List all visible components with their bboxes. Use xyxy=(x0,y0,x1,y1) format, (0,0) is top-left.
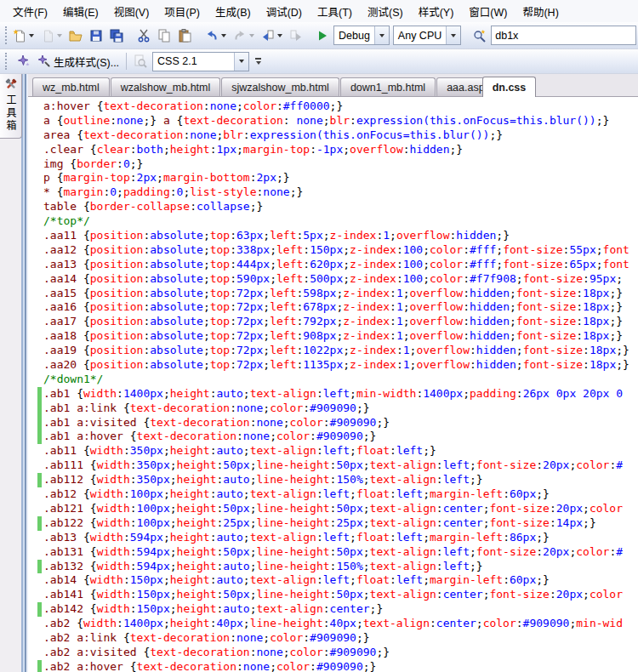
code-editor[interactable]: a:hover {text-decoration:none;color:#ff0… xyxy=(28,97,638,672)
code-token: .ab2 xyxy=(43,617,77,629)
code-token: : xyxy=(396,358,403,371)
open-file-button[interactable] xyxy=(66,25,86,47)
code-line[interactable]: .aa11 {position:absolute;top:63px;left:5… xyxy=(28,229,638,243)
code-line[interactable]: .aa16 {position:absolute;top:72px;left:6… xyxy=(28,300,638,315)
find-input[interactable] xyxy=(491,26,636,45)
code-token: ; xyxy=(243,487,250,500)
code-token: z-index xyxy=(343,287,390,299)
menu-item-project[interactable]: 项目(P) xyxy=(157,0,208,23)
code-line[interactable]: .aa12 {position:absolute;top:338px;left:… xyxy=(28,243,638,258)
toolbox-collapsed-tab[interactable]: 工具箱 xyxy=(0,74,22,139)
solution-configuration-combo[interactable]: Debug xyxy=(333,26,390,45)
tab-down1_mb-html[interactable]: down1_mb.html xyxy=(340,77,436,96)
save-all-button[interactable] xyxy=(106,25,127,47)
tab-sjwzalshow_mb-html[interactable]: sjwzalshow_mb.html xyxy=(221,77,339,96)
code-line[interactable]: /*down1*/ xyxy=(28,373,638,387)
menu-item-window[interactable]: 窗口(W) xyxy=(461,0,515,23)
code-line[interactable]: .ab122 {width:100px;height:25px;line-hei… xyxy=(28,516,638,531)
code-line[interactable]: img {border:0;} xyxy=(28,157,638,172)
code-line[interactable]: * {margin:0;padding:0;list-style:none;} xyxy=(28,185,638,200)
code-line[interactable]: .aa18 {position:absolute;top:72px;left:9… xyxy=(28,329,638,344)
tab-wz_mb-html[interactable]: wz_mb.html xyxy=(32,77,110,96)
code-token: } xyxy=(363,401,370,414)
code-line[interactable]: .ab2 a:hover {text-decoration:none;color… xyxy=(28,660,638,672)
code-line[interactable]: a:hover {text-decoration:none;color:#ff0… xyxy=(28,100,638,114)
code-token: { xyxy=(90,560,97,572)
code-line[interactable]: .ab1 a:link {text-decoration:none;color:… xyxy=(28,401,638,416)
save-button[interactable] xyxy=(86,25,106,47)
new-item-button[interactable] xyxy=(9,25,37,47)
copy-button[interactable] xyxy=(154,25,174,47)
code-line[interactable]: .ab2 {width:1400px;height:40px;line-heig… xyxy=(28,617,638,631)
menu-item-tools[interactable]: 工具(T) xyxy=(310,0,360,23)
combo-dropdown-button[interactable] xyxy=(234,53,248,71)
code-line[interactable]: .aa13 {position:absolute;top:444px;left:… xyxy=(28,258,638,272)
code-token: : xyxy=(130,602,137,615)
code-line[interactable]: .ab14 {width:150px;height:auto;text-alig… xyxy=(28,573,638,588)
code-line[interactable]: .ab111 {width:350px;height:50px;line-hei… xyxy=(28,458,638,473)
code-line[interactable]: .aa14 {position:absolute;top:590px;left:… xyxy=(28,272,638,287)
combo-dropdown-button[interactable] xyxy=(374,26,389,44)
start-debugging-button[interactable] xyxy=(313,25,332,47)
code-line[interactable]: .ab112 {width:350px;height:auto;line-hei… xyxy=(28,473,638,487)
menu-item-build[interactable]: 生成(B) xyxy=(208,0,259,23)
combo-dropdown-button[interactable] xyxy=(446,26,460,44)
redo-button[interactable] xyxy=(230,25,258,47)
code-line[interactable]: .ab1 a:visited {text-decoration:none;col… xyxy=(28,416,638,430)
code-line[interactable]: .ab2 a:link {text-decoration:none;color:… xyxy=(28,631,638,646)
code-line[interactable]: .ab1 {width:1400px;height:auto;text-alig… xyxy=(28,387,638,401)
code-line[interactable]: table {border-collapse:collapse;} xyxy=(28,200,638,214)
build-style-button[interactable]: 生成样式(S)... xyxy=(34,50,122,72)
menu-item-help[interactable]: 帮助(H) xyxy=(515,0,566,23)
code-line[interactable]: .ab141 {width:150px;height:50px;line-hei… xyxy=(28,588,638,602)
menu-item-style[interactable]: 样式(Y) xyxy=(411,0,462,23)
code-line[interactable]: .ab142 {width:150px;height:auto;text-ali… xyxy=(28,602,638,617)
code-line[interactable]: /*top*/ xyxy=(28,214,638,229)
menu-item-debug[interactable]: 调试(D) xyxy=(259,0,310,23)
code-line[interactable]: .ab131 {width:594px;height:50px;line-hei… xyxy=(28,545,638,560)
code-line[interactable]: .ab132 {width:594px;height:auto;line-hei… xyxy=(28,560,638,574)
navigate-backward-button[interactable] xyxy=(258,25,286,47)
code-line[interactable]: p {margin-top:2px;margin-bottom:2px;} xyxy=(28,171,638,185)
code-line[interactable]: .ab2 a:visited {text-decoration:none;col… xyxy=(28,646,638,660)
code-line[interactable]: .aa19 {position:absolute;top:72px;left:1… xyxy=(28,344,638,358)
tab-wzalshow_mb-html[interactable]: wzalshow_mb.html xyxy=(111,77,221,96)
code-line[interactable]: .ab13 {width:594px;height:auto;text-alig… xyxy=(28,531,638,545)
code-line[interactable]: .ab11 {width:350px;height:auto;text-alig… xyxy=(28,444,638,458)
toolbar-grip[interactable] xyxy=(5,53,11,70)
code-line[interactable]: .clear {clear:both;height:1px;margin-top… xyxy=(28,143,638,157)
undo-button[interactable] xyxy=(202,25,230,47)
code-line[interactable]: a {outline:none;} a {text-decoration: no… xyxy=(28,114,638,128)
code-token: text-align xyxy=(370,560,436,572)
menu-item-edit[interactable]: 编辑(E) xyxy=(55,0,106,23)
css-version-combo[interactable]: CSS 2.1 xyxy=(152,52,249,71)
code-text: img {border:0;} xyxy=(43,157,143,172)
style-preview-button[interactable] xyxy=(130,50,151,72)
code-line[interactable]: .aa17 {position:absolute;top:72px;left:7… xyxy=(28,315,638,329)
tab-aaa-asp[interactable]: aaa.asp xyxy=(436,77,488,96)
add-item-button[interactable] xyxy=(37,25,66,47)
find-symbol-button[interactable] xyxy=(470,25,490,47)
menu-item-view[interactable]: 视图(V) xyxy=(106,0,157,23)
code-token: ; xyxy=(363,560,370,572)
code-token: : xyxy=(190,200,197,213)
code-line[interactable]: .ab12 {width:100px;height:auto;text-alig… xyxy=(28,487,638,502)
tab-dn-css[interactable]: dn.css xyxy=(482,77,537,97)
code-line[interactable]: .aa15 {position:absolute;top:72px;left:5… xyxy=(28,287,638,301)
code-line[interactable]: .aa20 {position:absolute;top:72px;left:1… xyxy=(28,358,638,373)
solution-platform-combo[interactable]: Any CPU xyxy=(393,26,461,45)
code-line[interactable]: .ab121 {width:100px;height:50px;line-hei… xyxy=(28,502,638,516)
paste-button[interactable] xyxy=(174,25,195,47)
cut-icon xyxy=(137,29,151,43)
style-sheet-button[interactable] xyxy=(14,50,34,72)
cut-button[interactable] xyxy=(134,25,154,47)
code-line[interactable]: area {text-decoration:none;blr:expressio… xyxy=(28,128,638,143)
menu-item-test[interactable]: 测试(S) xyxy=(360,0,411,23)
code-line[interactable]: .ab1 a:hover {text-decoration:none;color… xyxy=(28,430,638,444)
toolbar-grip[interactable] xyxy=(5,26,7,45)
code-token: font-size xyxy=(489,588,549,601)
toolbar-overflow-button[interactable] xyxy=(253,52,264,71)
navigate-forward-button[interactable] xyxy=(286,25,306,47)
code-token: top xyxy=(210,300,230,313)
menu-item-file[interactable]: 文件(F) xyxy=(5,0,55,23)
